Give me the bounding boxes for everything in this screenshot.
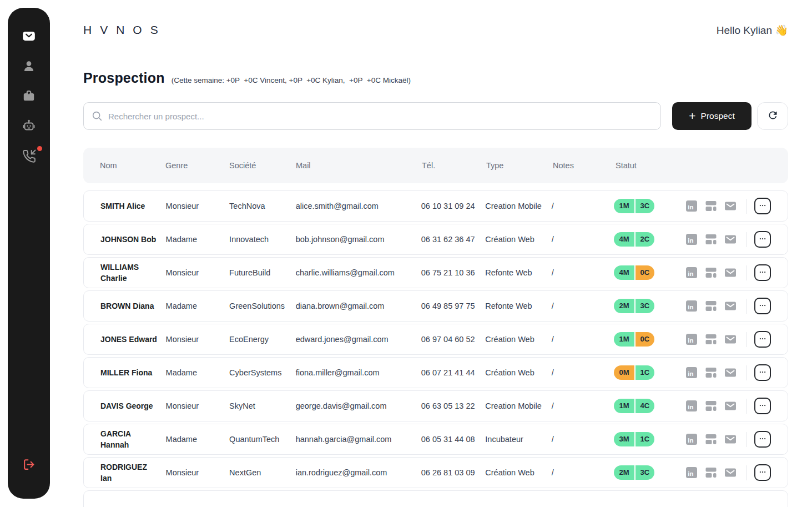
prospect-row-partial[interactable] — [83, 490, 788, 507]
ellipsis-icon — [758, 267, 768, 279]
prospect-genre: Monsieur — [166, 335, 230, 344]
send-mail-icon[interactable] — [724, 366, 737, 379]
send-mail-icon[interactable] — [724, 299, 737, 313]
search-row: + Prospect — [83, 102, 788, 130]
status-badge: 0M1C — [614, 365, 654, 380]
add-prospect-button[interactable]: + Prospect — [672, 102, 752, 130]
linkedin-icon[interactable]: in — [685, 199, 698, 213]
send-mail-icon[interactable] — [724, 333, 737, 346]
board-layout-icon[interactable] — [704, 199, 718, 213]
sidebar-item-calls[interactable] — [18, 145, 40, 167]
more-actions-button[interactable] — [754, 331, 771, 348]
refresh-button[interactable] — [757, 102, 788, 130]
prospect-name: BROWN Diana — [100, 300, 166, 312]
prospect-type: Incubateur — [485, 435, 552, 444]
sidebar-item-contacts[interactable] — [18, 55, 40, 77]
sidebar — [8, 8, 50, 499]
prospect-genre: Monsieur — [166, 401, 230, 410]
sidebar-item-deals[interactable] — [18, 85, 40, 107]
svg-text:in: in — [688, 437, 693, 444]
send-mail-icon[interactable] — [724, 433, 737, 446]
send-mail-icon[interactable] — [724, 233, 737, 246]
search-input[interactable] — [83, 102, 661, 130]
board-layout-icon[interactable] — [704, 466, 718, 479]
prospect-row[interactable]: JOHNSON Bob Madame Innovatech bob.johnso… — [83, 224, 788, 255]
linkedin-icon[interactable]: in — [685, 299, 698, 313]
prospect-row[interactable]: SMITH Alice Monsieur TechNova alice.smit… — [83, 190, 788, 222]
prospect-notes: / — [552, 202, 614, 210]
refresh-icon — [767, 109, 779, 123]
status-badge: 2M3C — [614, 299, 654, 313]
status-badge: 1M4C — [614, 399, 654, 413]
prospect-row[interactable]: JONES Edward Monsieur EcoEnergy edward.j… — [83, 324, 788, 355]
prospect-notes: / — [552, 268, 614, 277]
prospect-genre: Madame — [166, 368, 230, 377]
linkedin-icon[interactable]: in — [685, 433, 698, 446]
prospect-email: charlie.williams@gmail.com — [296, 268, 421, 277]
send-mail-icon[interactable] — [724, 266, 737, 279]
prospect-genre: Monsieur — [166, 202, 230, 210]
prospect-email: diana.brown@gmail.com — [296, 302, 421, 310]
prospect-notes: / — [552, 302, 614, 310]
prospect-phone: 06 75 21 10 36 — [421, 268, 486, 277]
board-layout-icon[interactable] — [704, 299, 718, 313]
status-badge: 2M3C — [614, 465, 654, 480]
prospect-type: Création Web — [485, 235, 552, 244]
prospect-company: FutureBuild — [229, 268, 296, 277]
prospect-company: CyberSystems — [229, 368, 296, 377]
board-layout-icon[interactable] — [704, 366, 718, 379]
status-badge: 4M0C — [614, 265, 654, 280]
title-row: Prospection (Cette semaine: +0P +0C Vinc… — [83, 70, 788, 86]
prospect-row[interactable]: DAVIS George Monsieur SkyNet george.davi… — [83, 390, 788, 421]
board-layout-icon[interactable] — [704, 333, 718, 346]
more-actions-button[interactable] — [754, 398, 771, 414]
more-actions-button[interactable] — [754, 264, 771, 281]
prospect-row[interactable]: WILLIAMS Charlie Monsieur FutureBuild ch… — [83, 257, 788, 288]
actions-divider — [746, 299, 747, 314]
linkedin-icon[interactable]: in — [685, 233, 698, 246]
board-layout-icon[interactable] — [704, 433, 718, 446]
send-mail-icon[interactable] — [724, 199, 737, 213]
prospect-row[interactable]: RODRIGUEZ Ian Monsieur NextGen ian.rodri… — [83, 457, 788, 488]
sidebar-item-inbox[interactable] — [18, 25, 40, 47]
linkedin-icon[interactable]: in — [685, 399, 698, 413]
column-header-nom: Nom — [100, 161, 165, 170]
sidebar-item-bot[interactable] — [18, 115, 40, 137]
linkedin-icon[interactable]: in — [685, 333, 698, 346]
prospect-phone: 06 31 62 36 47 — [421, 235, 486, 244]
column-header-type: Type — [486, 161, 553, 170]
wave-emoji: 👋 — [775, 24, 788, 36]
linkedin-icon[interactable]: in — [685, 466, 698, 479]
prospect-phone: 06 49 85 97 75 — [421, 302, 486, 310]
topbar: HVNOS Hello Kylian 👋 — [83, 23, 788, 37]
prospect-row[interactable]: GARCIA Hannah Madame QuantumTech hannah.… — [83, 424, 788, 455]
more-actions-button[interactable] — [754, 431, 771, 448]
prospect-email: george.davis@gmail.com — [296, 401, 421, 410]
prospect-email: fiona.miller@gmail.com — [296, 368, 421, 377]
board-layout-icon[interactable] — [704, 266, 718, 279]
actions-divider — [746, 465, 747, 480]
prospect-type: Refonte Web — [485, 302, 552, 310]
linkedin-icon[interactable]: in — [685, 266, 698, 279]
send-mail-icon[interactable] — [724, 466, 737, 479]
more-actions-button[interactable] — [754, 231, 771, 248]
send-mail-icon[interactable] — [724, 399, 737, 413]
more-actions-button[interactable] — [754, 298, 771, 314]
linkedin-icon[interactable]: in — [685, 366, 698, 379]
prospect-phone: 06 97 04 60 52 — [421, 335, 486, 344]
weekly-stats: (Cette semaine: +0P +0C Vincent, +0P +0C… — [172, 76, 411, 84]
board-layout-icon[interactable] — [704, 233, 718, 246]
more-actions-button[interactable] — [754, 198, 771, 214]
prospect-name: MILLER Fiona — [100, 367, 166, 378]
column-header-mail: Mail — [296, 161, 422, 170]
more-actions-button[interactable] — [754, 364, 771, 381]
prospect-row[interactable]: MILLER Fiona Madame CyberSystems fiona.m… — [83, 357, 788, 388]
board-layout-icon[interactable] — [704, 399, 718, 413]
prospect-row[interactable]: BROWN Diana Madame GreenSolutions diana.… — [83, 290, 788, 322]
logout-button[interactable] — [18, 454, 40, 476]
prospect-genre: Madame — [166, 302, 230, 310]
prospect-notes: / — [552, 235, 614, 244]
prospect-type: Création Web — [485, 335, 552, 344]
table-header: Nom Genre Société Mail Tél. Type Notes S… — [83, 148, 788, 183]
more-actions-button[interactable] — [754, 464, 771, 481]
